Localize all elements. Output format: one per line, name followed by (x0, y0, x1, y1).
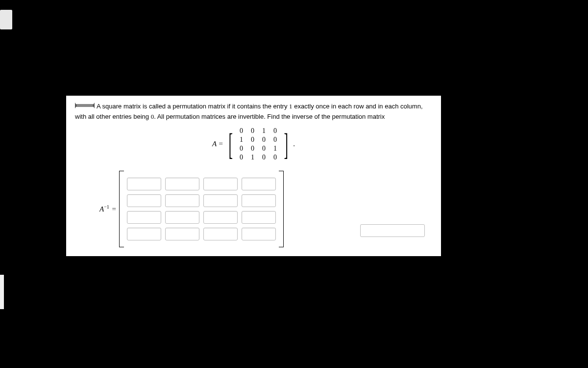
answer-cell-0-1[interactable] (165, 178, 199, 190)
side-notch (0, 275, 4, 309)
extra-answer-cell (358, 222, 427, 239)
answer-cell-1-0[interactable] (127, 194, 161, 207)
matrix-A-table: 0010 1000 0001 0100 (236, 127, 281, 162)
answer-cell-3-1[interactable] (165, 228, 199, 240)
answer-cell-2-1[interactable] (165, 211, 199, 224)
browser-tab-strip (0, 10, 12, 29)
answer-matrix (119, 171, 284, 247)
answer-cell-1-2[interactable] (203, 194, 238, 207)
answer-cell-2-3[interactable] (242, 211, 276, 224)
answer-right-bracket-icon (279, 171, 284, 247)
matrix-A-label: A = (212, 140, 223, 148)
answer-cell-3-0[interactable] (127, 228, 161, 240)
answer-cell-1-1[interactable] (165, 194, 199, 207)
answer-cell-2-2[interactable] (203, 211, 238, 224)
svg-rect-0 (75, 104, 95, 107)
q-mid2: . All permutation matrices are invertibl… (154, 113, 385, 120)
answer-left-bracket-icon (119, 171, 124, 247)
answer-label: A−1 = (99, 204, 116, 213)
answer-cell-3-3[interactable] (242, 228, 276, 240)
answer-cell-2-0[interactable] (127, 211, 161, 224)
question-text: A square matrix is called a permutation … (75, 102, 432, 122)
right-bracket-icon: ] (284, 131, 288, 158)
answer-grid (124, 171, 279, 247)
left-bracket-icon: [ (228, 131, 233, 158)
webwork-icon (75, 102, 95, 111)
answer-cell-0-2[interactable] (203, 178, 238, 190)
matrix-A-period: . (293, 140, 295, 148)
answer-cell-1-3[interactable] (242, 194, 276, 207)
answer-cell-3-2[interactable] (203, 228, 238, 240)
matrix-A-display: A = [ 0010 1000 0001 0100 ] . (75, 127, 432, 162)
extra-answer-input[interactable] (360, 224, 425, 237)
answer-cell-0-3[interactable] (242, 178, 276, 190)
answer-cell-0-0[interactable] (127, 178, 161, 190)
q-pre: A square matrix is called a permutation … (97, 103, 289, 110)
